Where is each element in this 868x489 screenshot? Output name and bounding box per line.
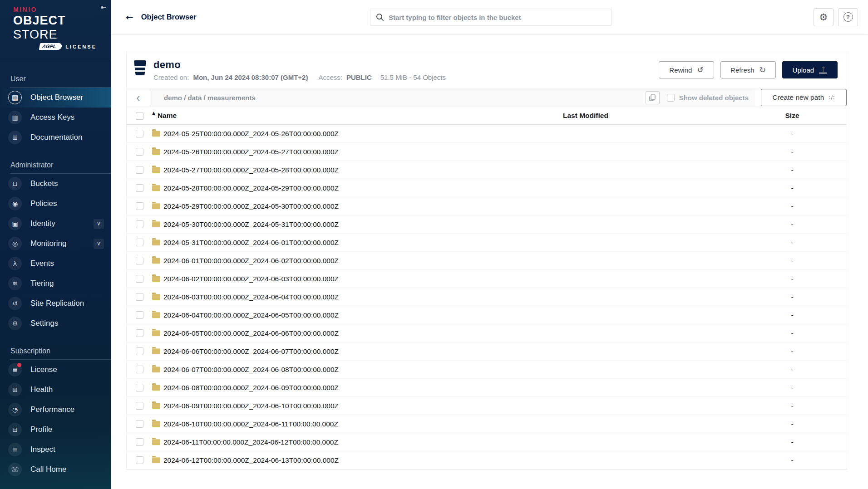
object-name: 2024-05-31T00:00:00.000Z_2024-06-01T00:0… xyxy=(163,239,339,247)
collapse-sidebar-icon[interactable]: ⇤ xyxy=(100,3,106,11)
table-row[interactable]: 2024-05-30T00:00:00.000Z_2024-05-31T00:0… xyxy=(127,215,847,234)
sidebar-item[interactable]: λ Events xyxy=(0,254,111,274)
table-row[interactable]: 2024-06-07T00:00:00.000Z_2024-06-08T00:0… xyxy=(127,361,847,379)
row-checkbox[interactable] xyxy=(136,311,143,319)
sidebar-item[interactable]: ↺ Site Replication xyxy=(0,293,111,313)
topbar: ← Object Browser ⚙ ? xyxy=(111,0,868,34)
breadcrumb[interactable]: demo / data / measurements xyxy=(164,94,256,102)
sidebar-item[interactable]: ◔ Performance xyxy=(0,400,111,420)
chevron-down-icon[interactable]: ∨ xyxy=(94,219,104,229)
row-checkbox[interactable] xyxy=(136,402,143,410)
sidebar-item[interactable]: ⊔ Buckets xyxy=(0,174,111,194)
row-checkbox[interactable] xyxy=(136,239,143,246)
search-input[interactable] xyxy=(389,14,606,21)
sidebar-item[interactable]: ⊞ Health xyxy=(0,380,111,400)
object-size: - xyxy=(756,166,829,174)
table-row[interactable]: 2024-06-11T00:00:00.000Z_2024-06-12T00:0… xyxy=(127,433,847,451)
row-checkbox[interactable] xyxy=(136,456,143,464)
sidebar-item-icon: ≡ xyxy=(8,443,22,456)
row-checkbox[interactable] xyxy=(136,275,143,283)
sidebar-item-icon: ▥ xyxy=(8,111,22,124)
table-row[interactable]: 2024-06-09T00:00:00.000Z_2024-06-10T00:0… xyxy=(127,397,847,415)
object-size: - xyxy=(756,239,829,247)
sidebar-item-label: Settings xyxy=(30,319,58,328)
row-checkbox[interactable] xyxy=(136,148,143,156)
object-name: 2024-05-26T00:00:00.000Z_2024-05-27T00:0… xyxy=(163,148,339,156)
column-header-last-modified[interactable]: Last Modified xyxy=(563,112,756,120)
row-checkbox[interactable] xyxy=(136,366,143,373)
row-checkbox[interactable] xyxy=(136,202,143,210)
sidebar-item[interactable]: ◎ Monitoring ∨ xyxy=(0,234,111,254)
table-row[interactable]: 2024-06-04T00:00:00.000Z_2024-06-05T00:0… xyxy=(127,306,847,324)
table-row[interactable]: 2024-05-27T00:00:00.000Z_2024-05-28T00:0… xyxy=(127,161,847,179)
table-row[interactable]: 2024-06-02T00:00:00.000Z_2024-06-03T00:0… xyxy=(127,270,847,288)
sidebar-item-label: Object Browser xyxy=(30,93,83,102)
sort-ascending-icon: ▲ xyxy=(152,111,155,115)
refresh-button[interactable]: Refresh ↻ xyxy=(720,61,776,78)
table-row[interactable]: 2024-06-08T00:00:00.000Z_2024-06-09T00:0… xyxy=(127,379,847,397)
sidebar-section-subscription: Subscription xyxy=(10,347,111,355)
chevron-left-icon: ‹ xyxy=(136,91,140,104)
row-checkbox[interactable] xyxy=(136,438,143,446)
sidebar-item[interactable]: ▣ Identity ∨ xyxy=(0,214,111,234)
show-deleted-checkbox[interactable] xyxy=(667,94,675,102)
row-checkbox[interactable] xyxy=(136,384,143,391)
create-new-path-button[interactable]: Create new path ∶∕∶ xyxy=(761,89,847,106)
column-header-size[interactable]: Size xyxy=(756,112,829,120)
row-checkbox[interactable] xyxy=(136,293,143,301)
table-row[interactable]: 2024-05-29T00:00:00.000Z_2024-05-30T00:0… xyxy=(127,197,847,215)
select-all-checkbox[interactable] xyxy=(136,112,143,120)
row-checkbox[interactable] xyxy=(136,257,143,264)
table-row[interactable]: 2024-05-26T00:00:00.000Z_2024-05-27T00:0… xyxy=(127,143,847,161)
sidebar-item[interactable]: ≡ Inspect xyxy=(0,440,111,460)
sidebar-item[interactable]: ≋ Tiering xyxy=(0,274,111,293)
table-row[interactable]: 2024-06-05T00:00:00.000Z_2024-06-06T00:0… xyxy=(127,324,847,342)
table-row[interactable]: 2024-06-06T00:00:00.000Z_2024-06-07T00:0… xyxy=(127,342,847,361)
row-checkbox[interactable] xyxy=(136,184,143,192)
product-bold: OBJECT xyxy=(13,14,66,27)
object-filter-search[interactable] xyxy=(370,9,612,26)
object-size: - xyxy=(756,184,829,192)
sidebar-item-label: Policies xyxy=(30,199,57,208)
notification-dot-icon: ● xyxy=(17,362,21,367)
back-navigation[interactable]: ← Object Browser xyxy=(126,12,197,23)
sidebar-item[interactable]: ▥ Access Keys xyxy=(0,108,111,127)
upload-button[interactable]: Upload ↑ xyxy=(782,61,838,78)
navigate-up-button[interactable]: ‹ xyxy=(127,88,150,107)
table-row[interactable]: 2024-06-03T00:00:00.000Z_2024-06-04T00:0… xyxy=(127,288,847,306)
sidebar-item[interactable]: ⚙ Settings xyxy=(0,313,111,333)
object-size: - xyxy=(756,257,829,265)
row-checkbox[interactable] xyxy=(136,420,143,428)
object-size: - xyxy=(756,384,829,392)
search-icon xyxy=(376,13,384,21)
table-row[interactable]: 2024-06-01T00:00:00.000Z_2024-06-02T00:0… xyxy=(127,252,847,270)
object-size: - xyxy=(756,329,829,337)
table-row[interactable]: 2024-06-10T00:00:00.000Z_2024-06-11T00:0… xyxy=(127,415,847,433)
folder-icon xyxy=(152,312,160,318)
row-checkbox[interactable] xyxy=(136,130,143,137)
table-row[interactable]: 2024-05-31T00:00:00.000Z_2024-06-01T00:0… xyxy=(127,234,847,252)
sidebar-item[interactable]: ◉ Policies xyxy=(0,194,111,214)
sidebar-nav-administrator: ⊔ Buckets ◉ Policies ▣ Identity ∨ ◎ xyxy=(0,174,111,333)
table-row[interactable]: 2024-06-12T00:00:00.000Z_2024-06-13T00:0… xyxy=(127,451,847,469)
help-button[interactable]: ? xyxy=(838,8,858,26)
row-checkbox[interactable] xyxy=(136,220,143,228)
row-checkbox[interactable] xyxy=(136,329,143,337)
chevron-down-icon[interactable]: ∨ xyxy=(94,239,104,249)
row-checkbox[interactable] xyxy=(136,347,143,355)
sidebar-item[interactable]: ☏ Call Home xyxy=(0,460,111,479)
settings-button[interactable]: ⚙ xyxy=(814,8,833,26)
sidebar-item[interactable]: ⊟ Profile xyxy=(0,420,111,440)
table-header: ▲ Name Last Modified Size xyxy=(127,107,847,125)
show-deleted-toggle[interactable]: Show deleted objects xyxy=(667,94,749,102)
copy-path-button[interactable] xyxy=(646,91,660,104)
sidebar-item[interactable]: ▤ Object Browser xyxy=(0,88,111,108)
rewind-button[interactable]: Rewind ↺ xyxy=(659,61,714,78)
table-row[interactable]: 2024-05-25T00:00:00.000Z_2024-05-26T00:0… xyxy=(127,125,847,143)
row-checkbox[interactable] xyxy=(136,166,143,174)
back-arrow-icon[interactable]: ← xyxy=(126,12,133,23)
column-header-name[interactable]: ▲ Name xyxy=(152,112,563,120)
sidebar-item[interactable]: ≣ ● License xyxy=(0,360,111,380)
table-row[interactable]: 2024-05-28T00:00:00.000Z_2024-05-29T00:0… xyxy=(127,179,847,197)
sidebar-item[interactable]: ≣ Documentation xyxy=(0,127,111,147)
